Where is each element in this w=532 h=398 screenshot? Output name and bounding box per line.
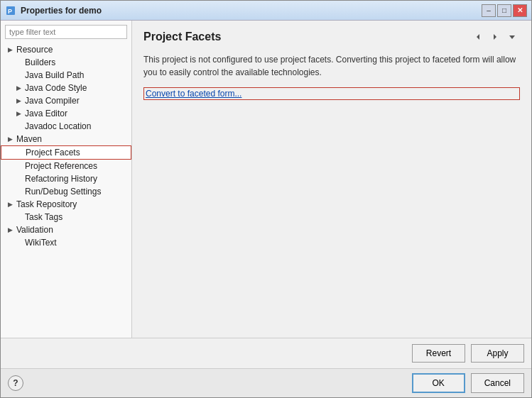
sidebar-item-label: Java Compiler (25, 96, 80, 106)
svg-marker-4 (509, 35, 515, 39)
sidebar-item-label: Validation (16, 225, 53, 235)
svg-text:P: P (8, 8, 12, 15)
back-button[interactable] (470, 29, 486, 45)
revert-button[interactable]: Revert (412, 344, 465, 363)
sidebar-item-task-repository[interactable]: ▶Task Repository (1, 198, 131, 211)
expand-arrow-icon: ▶ (8, 226, 15, 233)
footer-right-buttons: OK Cancel (412, 373, 524, 393)
sidebar-item-validation[interactable]: ▶Validation (1, 223, 131, 236)
right-panel: Project Facets This project is not co (132, 21, 531, 338)
bottom-buttons: Revert Apply (1, 338, 531, 368)
help-button[interactable]: ? (8, 375, 23, 391)
sidebar-item-label: Project Facets (26, 148, 80, 157)
panel-header: Project Facets (143, 29, 520, 45)
maximize-button[interactable]: □ (497, 4, 511, 17)
filter-input[interactable] (5, 25, 127, 39)
convert-link[interactable]: Convert to faceted form... (143, 87, 520, 100)
sidebar-item-label: Builders (25, 57, 55, 67)
sidebar-item-project-facets[interactable]: Project Facets (1, 145, 131, 160)
expand-arrow-icon: ▶ (16, 84, 23, 92)
window-icon: P (5, 5, 16, 16)
sidebar-item-label: Java Code Style (25, 83, 87, 93)
sidebar-item-project-references[interactable]: Project References (1, 160, 131, 172)
sidebar-item-label: Task Repository (16, 199, 77, 209)
sidebar-item-label: Task Tags (25, 212, 63, 222)
sidebar-item-builders[interactable]: Builders (1, 56, 131, 69)
expand-arrow-icon: ▶ (8, 136, 15, 143)
apply-button[interactable]: Apply (471, 344, 524, 363)
title-bar-buttons: – □ ✕ (482, 4, 527, 17)
panel-title: Project Facets (143, 31, 221, 43)
cancel-button[interactable]: Cancel (471, 373, 524, 393)
menu-down-button[interactable] (504, 29, 520, 45)
sidebar-item-label: Refactoring History (25, 174, 97, 184)
ok-button[interactable]: OK (412, 373, 465, 393)
panel-description: This project is not configured to use pr… (143, 53, 520, 79)
sidebar-item-java-compiler[interactable]: ▶Java Compiler (1, 94, 131, 107)
sidebar-item-java-code-style[interactable]: ▶Java Code Style (1, 82, 131, 94)
sidebar-item-label: Project References (25, 161, 97, 171)
sidebar-item-label: Resource (16, 45, 53, 55)
expand-arrow-icon: ▶ (16, 110, 23, 117)
svg-marker-2 (477, 34, 479, 40)
minimize-button[interactable]: – (482, 4, 496, 17)
expand-arrow-icon: ▶ (8, 201, 15, 208)
expand-arrow-icon: ▶ (8, 46, 15, 53)
sidebar-item-maven[interactable]: ▶Maven (1, 133, 131, 145)
forward-button[interactable] (487, 29, 503, 45)
sidebar-item-run-debug-settings[interactable]: Run/Debug Settings (1, 185, 131, 198)
sidebar-item-label: WikiText (25, 238, 57, 248)
sidebar-item-resource[interactable]: ▶Resource (1, 43, 131, 56)
sidebar-item-label: Java Build Path (25, 70, 84, 80)
window-title: Properties for demo (21, 6, 482, 16)
sidebar: ▶ResourceBuildersJava Build Path▶Java Co… (1, 21, 132, 338)
panel-toolbar (470, 29, 520, 45)
svg-marker-3 (494, 34, 496, 40)
footer-bar: ? OK Cancel (1, 368, 531, 397)
sidebar-item-label: Javadoc Location (25, 121, 91, 131)
sidebar-item-label: Run/Debug Settings (25, 187, 101, 197)
close-button[interactable]: ✕ (513, 4, 527, 17)
sidebar-item-wikitext[interactable]: WikiText (1, 236, 131, 249)
sidebar-item-label: Java Editor (25, 109, 67, 118)
sidebar-item-javadoc-location[interactable]: Javadoc Location (1, 120, 131, 133)
properties-window: P Properties for demo – □ ✕ ▶ResourceBui… (0, 0, 532, 398)
title-bar: P Properties for demo – □ ✕ (1, 1, 531, 21)
sidebar-item-task-tags[interactable]: Task Tags (1, 211, 131, 223)
sidebar-item-java-editor[interactable]: ▶Java Editor (1, 107, 131, 120)
sidebar-item-refactoring-history[interactable]: Refactoring History (1, 172, 131, 185)
main-content: ▶ResourceBuildersJava Build Path▶Java Co… (1, 21, 531, 338)
sidebar-item-label: Maven (16, 134, 42, 144)
expand-arrow-icon: ▶ (16, 97, 23, 104)
content-area: ▶ResourceBuildersJava Build Path▶Java Co… (1, 21, 531, 368)
sidebar-item-java-build-path[interactable]: Java Build Path (1, 69, 131, 82)
